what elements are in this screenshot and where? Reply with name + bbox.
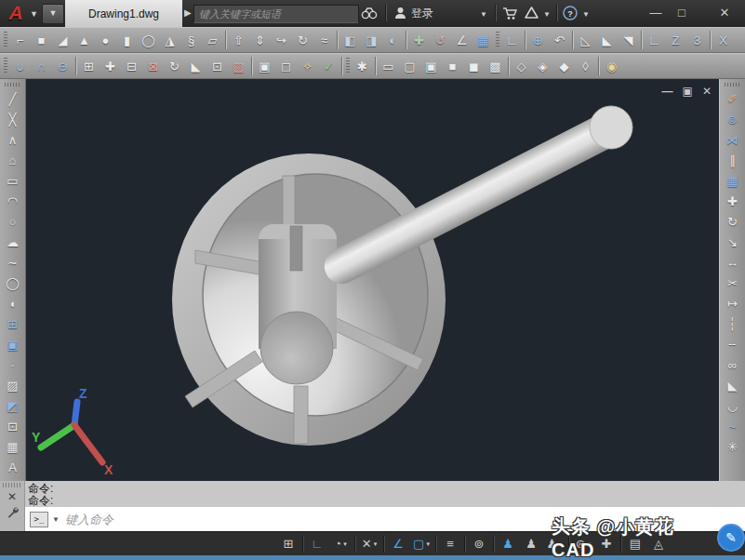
help-dropdown-icon[interactable]: ▼	[582, 10, 590, 19]
blend-curves-icon[interactable]: ~▾	[722, 416, 744, 436]
multiline-text-icon[interactable]: A▾	[2, 457, 24, 477]
ellipse-icon[interactable]: ◯▾	[2, 273, 24, 293]
polygon-icon[interactable]: ⌂▾	[2, 150, 24, 170]
lineweight-icon[interactable]: ≡▾	[439, 534, 461, 554]
app-logo-icon[interactable]: A	[4, 2, 28, 24]
scale-icon[interactable]: ↘▾	[722, 232, 744, 252]
delete-faces-icon[interactable]: ⊠▾	[142, 56, 164, 77]
ucs-origin-icon[interactable]: ∟▾	[644, 30, 665, 51]
extrude-icon[interactable]: ⇧▾	[228, 30, 249, 51]
revolve-icon[interactable]: ↻▾	[292, 30, 313, 51]
region-icon[interactable]: ⊡▾	[2, 416, 24, 436]
document-tab[interactable]: Drawing1.dwg	[65, 0, 182, 27]
help-icon[interactable]: ?	[563, 4, 578, 22]
login-area[interactable]: 登录	[394, 4, 433, 22]
search-binoculars-icon[interactable]	[361, 4, 378, 22]
make-block-icon[interactable]: ▣▾	[2, 334, 24, 354]
store-cart-icon[interactable]	[502, 4, 518, 22]
autodesk-360-icon[interactable]	[524, 4, 539, 22]
drawing-viewport[interactable]: Z Y X — ▣ ✕	[26, 79, 719, 481]
status-dropdown-arrow-icon[interactable]: ▾	[343, 540, 347, 548]
command-window-close-icon[interactable]: ✕	[7, 490, 17, 503]
render-icon[interactable]: ◉▾	[601, 56, 622, 77]
arc-icon[interactable]: ◠▾	[2, 191, 24, 211]
taper-faces-icon[interactable]: ◣▾	[185, 56, 206, 77]
view-nw-isometric-icon[interactable]: ◊▾	[575, 56, 596, 77]
login-dropdown-icon[interactable]: ▼	[480, 10, 487, 19]
help-search-box[interactable]	[193, 5, 359, 23]
ucs-view-icon[interactable]: ◥▾	[618, 30, 639, 51]
3d-move-icon[interactable]: ✚▾	[408, 30, 430, 51]
rotate-faces-icon[interactable]: ↻▾	[164, 56, 185, 77]
presspull-icon[interactable]: ⇕▾	[249, 30, 271, 51]
quick-access-customize-button[interactable]: ▼	[42, 4, 64, 24]
3d-array-icon[interactable]: ▦▾	[472, 30, 494, 51]
rectangle-icon[interactable]: ▭▾	[2, 170, 24, 191]
sweep-icon[interactable]: ↪▾	[271, 30, 292, 51]
separate-icon[interactable]: ◻▾	[275, 56, 297, 77]
visual-style-2d-wireframe-icon[interactable]: ▭▾	[378, 56, 399, 77]
fillet-icon[interactable]: ◡▾	[722, 395, 744, 416]
subtract-icon[interactable]: ⊖▾	[52, 56, 73, 77]
section-plane-icon[interactable]: ◧▾	[339, 30, 361, 51]
tab-expand-arrow-icon[interactable]: ▶	[184, 7, 192, 18]
color-faces-icon[interactable]: ▧▾	[228, 56, 249, 77]
visual-style-hidden-icon[interactable]: ▣▾	[420, 56, 442, 77]
ucs-z-axis-icon[interactable]: Z▾	[665, 30, 686, 51]
union-icon[interactable]: ∪▾	[9, 56, 31, 77]
ucs-object-icon[interactable]: ◣▾	[596, 30, 618, 51]
cone-icon[interactable]: ▲▾	[73, 30, 95, 51]
sphere-icon[interactable]: ●▾	[95, 30, 116, 51]
move-faces-icon[interactable]: ✚▾	[100, 56, 121, 77]
isometric-drafting-icon[interactable]: ✕▾	[358, 534, 380, 554]
status-dropdown-arrow-icon[interactable]: ▾	[374, 540, 378, 548]
helix-icon[interactable]: §▾	[180, 30, 202, 51]
object-snap-icon[interactable]: ▢▾	[410, 534, 432, 554]
ucs-icon[interactable]: ∟▾	[501, 30, 523, 51]
chamfer-icon[interactable]: ◣▾	[722, 375, 744, 395]
offset-faces-icon[interactable]: ⊡▾	[206, 56, 228, 77]
command-history-line[interactable]: 命令:	[28, 495, 53, 507]
hatch-icon[interactable]: ▨▾	[2, 375, 24, 395]
view-ne-isometric-icon[interactable]: ◆▾	[553, 56, 575, 77]
3d-rotate-icon[interactable]: ↺▾	[430, 30, 451, 51]
object-snap-tracking-icon[interactable]: ∠▾	[387, 534, 409, 554]
extend-icon[interactable]: ↦▾	[722, 293, 744, 313]
loft-icon[interactable]: ≈▾	[313, 30, 335, 51]
command-window-grip[interactable]	[3, 483, 21, 487]
visual-style-shaded-icon[interactable]: ▩▾	[485, 56, 506, 77]
3d-align-icon[interactable]: ∠▾	[451, 30, 472, 51]
spline-icon[interactable]: ∼▾	[2, 252, 24, 273]
polar-tracking-icon[interactable]: ◔▾	[329, 534, 352, 554]
annotation-visibility-icon[interactable]: ♟▾	[497, 534, 519, 554]
insert-block-icon[interactable]: ⊞▾	[2, 313, 24, 334]
point-icon[interactable]: ∙▾	[2, 354, 24, 375]
status-dropdown-arrow-icon[interactable]: ▾	[426, 540, 430, 548]
intersect-icon[interactable]: ∩▾	[31, 56, 52, 77]
offset-icon[interactable]: ∥▾	[722, 150, 744, 170]
mirror-icon[interactable]: ⋈▾	[722, 129, 744, 150]
explode-icon[interactable]: ✳▾	[722, 436, 744, 457]
construction-line-icon[interactable]: ╳▾	[2, 109, 24, 129]
viewport-restore-button[interactable]: ▣	[683, 85, 693, 98]
visual-style-wireframe-icon[interactable]: ▢▾	[399, 56, 420, 77]
ucs-world-icon[interactable]: ⊕▾	[527, 30, 549, 51]
line-icon[interactable]: ╱▾	[2, 88, 24, 109]
break-at-point-icon[interactable]: ┆▾	[722, 313, 744, 334]
autoscale-icon[interactable]: ♟▾	[520, 534, 542, 554]
extract-edges-icon[interactable]: ✱▾	[352, 56, 373, 77]
polysolid-icon[interactable]: ⌐▾	[9, 30, 31, 51]
a360-dropdown-icon[interactable]: ▼	[543, 10, 551, 19]
help-search-input[interactable]	[194, 8, 358, 20]
cylinder-icon[interactable]: ▮▾	[116, 30, 138, 51]
ucs-face-icon[interactable]: ◺▾	[575, 30, 596, 51]
polyline-icon[interactable]: ∧▾	[2, 129, 24, 150]
circle-icon[interactable]: ○▾	[2, 211, 24, 232]
view-se-isometric-icon[interactable]: ◈▾	[532, 56, 553, 77]
interfere-icon[interactable]: ◐▾	[382, 30, 404, 51]
view-sw-isometric-icon[interactable]: ◇▾	[511, 56, 532, 77]
move-icon[interactable]: ✚▾	[722, 191, 744, 211]
command-customize-wrench-icon[interactable]	[6, 506, 20, 520]
copy-faces-icon[interactable]: ⊟▾	[121, 56, 142, 77]
array-icon[interactable]: ▦▾	[722, 170, 744, 191]
